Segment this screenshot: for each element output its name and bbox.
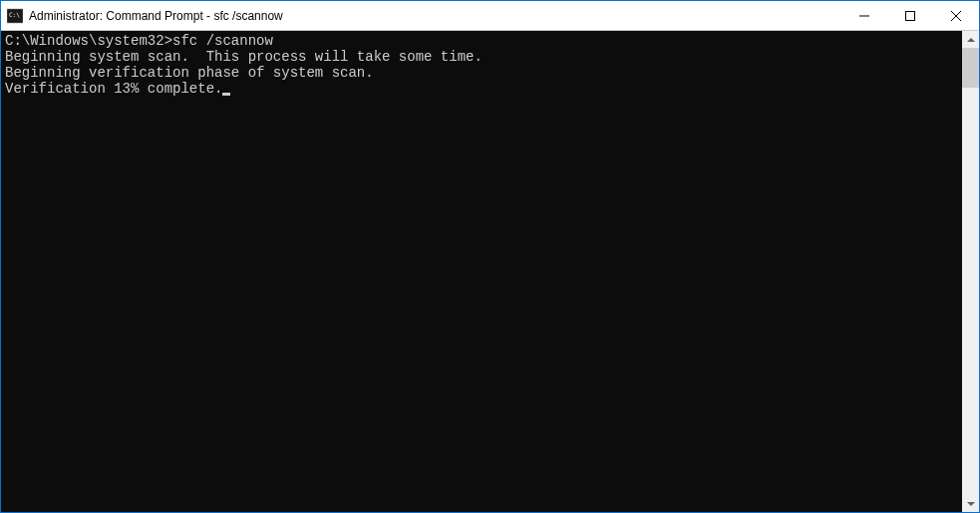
svg-marker-6 [967, 38, 975, 42]
minimize-button[interactable] [841, 1, 887, 30]
scroll-track[interactable] [962, 48, 979, 495]
output-line: Verification 13% complete. [5, 81, 222, 97]
scroll-up-arrow-icon[interactable] [962, 31, 979, 48]
cursor [222, 93, 230, 96]
svg-rect-3 [906, 11, 915, 20]
command-text: sfc /scannow [172, 33, 273, 49]
scroll-down-arrow-icon[interactable] [962, 495, 979, 512]
window-controls [841, 1, 979, 30]
vertical-scrollbar[interactable] [962, 31, 979, 512]
maximize-button[interactable] [887, 1, 933, 30]
output-line: Beginning system scan. This process will… [5, 49, 958, 65]
window-title: Administrator: Command Prompt - sfc /sca… [29, 9, 841, 23]
content-area: C:\Windows\system32>sfc /scannowBeginnin… [1, 31, 979, 512]
titlebar[interactable]: C:\ Administrator: Command Prompt - sfc … [1, 1, 979, 31]
command-prompt-window: C:\ Administrator: Command Prompt - sfc … [0, 0, 980, 513]
terminal-output[interactable]: C:\Windows\system32>sfc /scannowBeginnin… [1, 31, 962, 512]
svg-marker-7 [967, 502, 975, 506]
svg-text:C:\: C:\ [9, 11, 20, 18]
scroll-thumb[interactable] [962, 48, 979, 88]
prompt-text: C:\Windows\system32> [5, 33, 172, 49]
output-line: Beginning verification phase of system s… [5, 65, 958, 81]
cmd-icon: C:\ [7, 8, 23, 24]
close-button[interactable] [933, 1, 979, 30]
